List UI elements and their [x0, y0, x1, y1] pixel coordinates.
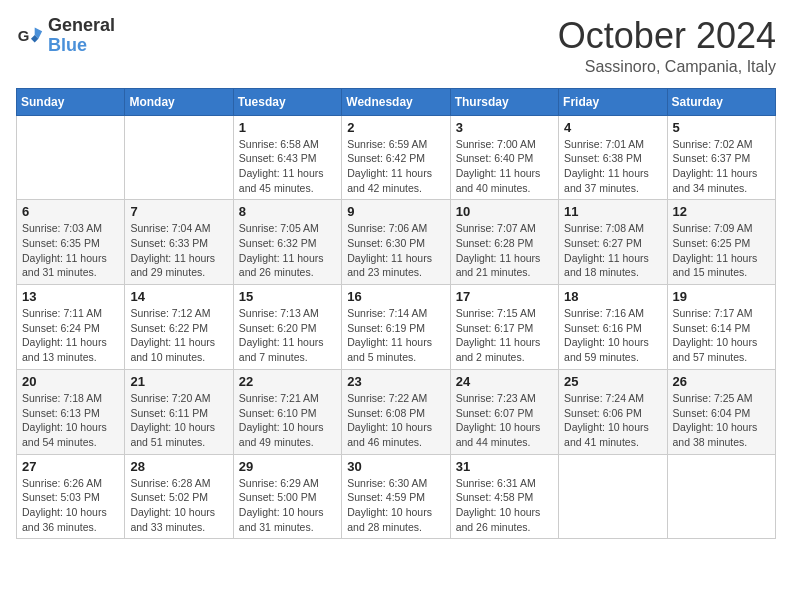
- day-number: 19: [673, 289, 770, 304]
- day-number: 30: [347, 459, 444, 474]
- day-number: 31: [456, 459, 553, 474]
- calendar-cell: [559, 454, 667, 539]
- weekday-header: Wednesday: [342, 88, 450, 115]
- day-info: Sunrise: 7:24 AM Sunset: 6:06 PM Dayligh…: [564, 391, 661, 450]
- day-number: 14: [130, 289, 227, 304]
- calendar-cell: 5Sunrise: 7:02 AM Sunset: 6:37 PM Daylig…: [667, 115, 775, 200]
- calendar-week-row: 20Sunrise: 7:18 AM Sunset: 6:13 PM Dayli…: [17, 369, 776, 454]
- day-info: Sunrise: 6:31 AM Sunset: 4:58 PM Dayligh…: [456, 476, 553, 535]
- calendar-cell: 28Sunrise: 6:28 AM Sunset: 5:02 PM Dayli…: [125, 454, 233, 539]
- weekday-header: Saturday: [667, 88, 775, 115]
- day-info: Sunrise: 7:17 AM Sunset: 6:14 PM Dayligh…: [673, 306, 770, 365]
- calendar-week-row: 27Sunrise: 6:26 AM Sunset: 5:03 PM Dayli…: [17, 454, 776, 539]
- day-number: 13: [22, 289, 119, 304]
- calendar-cell: 15Sunrise: 7:13 AM Sunset: 6:20 PM Dayli…: [233, 285, 341, 370]
- calendar-cell: 10Sunrise: 7:07 AM Sunset: 6:28 PM Dayli…: [450, 200, 558, 285]
- day-number: 2: [347, 120, 444, 135]
- day-number: 16: [347, 289, 444, 304]
- weekday-header: Sunday: [17, 88, 125, 115]
- calendar-cell: 31Sunrise: 6:31 AM Sunset: 4:58 PM Dayli…: [450, 454, 558, 539]
- day-info: Sunrise: 6:58 AM Sunset: 6:43 PM Dayligh…: [239, 137, 336, 196]
- day-info: Sunrise: 7:15 AM Sunset: 6:17 PM Dayligh…: [456, 306, 553, 365]
- day-info: Sunrise: 6:59 AM Sunset: 6:42 PM Dayligh…: [347, 137, 444, 196]
- calendar-cell: 30Sunrise: 6:30 AM Sunset: 4:59 PM Dayli…: [342, 454, 450, 539]
- calendar-cell: 6Sunrise: 7:03 AM Sunset: 6:35 PM Daylig…: [17, 200, 125, 285]
- calendar-cell: [667, 454, 775, 539]
- calendar-cell: 1Sunrise: 6:58 AM Sunset: 6:43 PM Daylig…: [233, 115, 341, 200]
- day-info: Sunrise: 6:30 AM Sunset: 4:59 PM Dayligh…: [347, 476, 444, 535]
- day-number: 4: [564, 120, 661, 135]
- day-info: Sunrise: 7:05 AM Sunset: 6:32 PM Dayligh…: [239, 221, 336, 280]
- day-info: Sunrise: 7:23 AM Sunset: 6:07 PM Dayligh…: [456, 391, 553, 450]
- day-number: 21: [130, 374, 227, 389]
- calendar-cell: 9Sunrise: 7:06 AM Sunset: 6:30 PM Daylig…: [342, 200, 450, 285]
- day-info: Sunrise: 6:29 AM Sunset: 5:00 PM Dayligh…: [239, 476, 336, 535]
- calendar-cell: 22Sunrise: 7:21 AM Sunset: 6:10 PM Dayli…: [233, 369, 341, 454]
- calendar-cell: 13Sunrise: 7:11 AM Sunset: 6:24 PM Dayli…: [17, 285, 125, 370]
- day-number: 10: [456, 204, 553, 219]
- calendar-cell: 21Sunrise: 7:20 AM Sunset: 6:11 PM Dayli…: [125, 369, 233, 454]
- day-number: 27: [22, 459, 119, 474]
- calendar-cell: 17Sunrise: 7:15 AM Sunset: 6:17 PM Dayli…: [450, 285, 558, 370]
- calendar-cell: [17, 115, 125, 200]
- svg-text:G: G: [18, 26, 30, 43]
- day-number: 3: [456, 120, 553, 135]
- calendar-cell: [125, 115, 233, 200]
- day-info: Sunrise: 6:28 AM Sunset: 5:02 PM Dayligh…: [130, 476, 227, 535]
- day-number: 23: [347, 374, 444, 389]
- day-info: Sunrise: 7:06 AM Sunset: 6:30 PM Dayligh…: [347, 221, 444, 280]
- day-number: 24: [456, 374, 553, 389]
- weekday-header: Friday: [559, 88, 667, 115]
- day-number: 9: [347, 204, 444, 219]
- day-number: 20: [22, 374, 119, 389]
- calendar-cell: 3Sunrise: 7:00 AM Sunset: 6:40 PM Daylig…: [450, 115, 558, 200]
- day-number: 18: [564, 289, 661, 304]
- day-info: Sunrise: 7:09 AM Sunset: 6:25 PM Dayligh…: [673, 221, 770, 280]
- calendar-cell: 24Sunrise: 7:23 AM Sunset: 6:07 PM Dayli…: [450, 369, 558, 454]
- day-info: Sunrise: 7:14 AM Sunset: 6:19 PM Dayligh…: [347, 306, 444, 365]
- calendar-cell: 26Sunrise: 7:25 AM Sunset: 6:04 PM Dayli…: [667, 369, 775, 454]
- calendar-cell: 23Sunrise: 7:22 AM Sunset: 6:08 PM Dayli…: [342, 369, 450, 454]
- day-number: 1: [239, 120, 336, 135]
- calendar-cell: 12Sunrise: 7:09 AM Sunset: 6:25 PM Dayli…: [667, 200, 775, 285]
- day-info: Sunrise: 7:03 AM Sunset: 6:35 PM Dayligh…: [22, 221, 119, 280]
- location-title: Sassinoro, Campania, Italy: [558, 58, 776, 76]
- day-number: 5: [673, 120, 770, 135]
- calendar-table: SundayMondayTuesdayWednesdayThursdayFrid…: [16, 88, 776, 540]
- logo: G General Blue: [16, 16, 115, 56]
- day-info: Sunrise: 6:26 AM Sunset: 5:03 PM Dayligh…: [22, 476, 119, 535]
- day-number: 8: [239, 204, 336, 219]
- day-info: Sunrise: 7:18 AM Sunset: 6:13 PM Dayligh…: [22, 391, 119, 450]
- day-number: 25: [564, 374, 661, 389]
- calendar-cell: 7Sunrise: 7:04 AM Sunset: 6:33 PM Daylig…: [125, 200, 233, 285]
- logo-text: General Blue: [48, 16, 115, 56]
- calendar-cell: 20Sunrise: 7:18 AM Sunset: 6:13 PM Dayli…: [17, 369, 125, 454]
- calendar-cell: 4Sunrise: 7:01 AM Sunset: 6:38 PM Daylig…: [559, 115, 667, 200]
- page-header: G General Blue October 2024 Sassinoro, C…: [16, 16, 776, 76]
- day-info: Sunrise: 7:21 AM Sunset: 6:10 PM Dayligh…: [239, 391, 336, 450]
- day-info: Sunrise: 7:25 AM Sunset: 6:04 PM Dayligh…: [673, 391, 770, 450]
- logo-icon: G: [16, 22, 44, 50]
- day-number: 7: [130, 204, 227, 219]
- day-info: Sunrise: 7:00 AM Sunset: 6:40 PM Dayligh…: [456, 137, 553, 196]
- weekday-header: Tuesday: [233, 88, 341, 115]
- day-number: 26: [673, 374, 770, 389]
- day-info: Sunrise: 7:04 AM Sunset: 6:33 PM Dayligh…: [130, 221, 227, 280]
- day-number: 29: [239, 459, 336, 474]
- calendar-header-row: SundayMondayTuesdayWednesdayThursdayFrid…: [17, 88, 776, 115]
- day-number: 22: [239, 374, 336, 389]
- title-block: October 2024 Sassinoro, Campania, Italy: [558, 16, 776, 76]
- calendar-cell: 27Sunrise: 6:26 AM Sunset: 5:03 PM Dayli…: [17, 454, 125, 539]
- calendar-week-row: 1Sunrise: 6:58 AM Sunset: 6:43 PM Daylig…: [17, 115, 776, 200]
- calendar-cell: 16Sunrise: 7:14 AM Sunset: 6:19 PM Dayli…: [342, 285, 450, 370]
- calendar-cell: 8Sunrise: 7:05 AM Sunset: 6:32 PM Daylig…: [233, 200, 341, 285]
- day-info: Sunrise: 7:16 AM Sunset: 6:16 PM Dayligh…: [564, 306, 661, 365]
- day-info: Sunrise: 7:22 AM Sunset: 6:08 PM Dayligh…: [347, 391, 444, 450]
- month-title: October 2024: [558, 16, 776, 56]
- day-info: Sunrise: 7:12 AM Sunset: 6:22 PM Dayligh…: [130, 306, 227, 365]
- calendar-cell: 14Sunrise: 7:12 AM Sunset: 6:22 PM Dayli…: [125, 285, 233, 370]
- day-number: 28: [130, 459, 227, 474]
- weekday-header: Thursday: [450, 88, 558, 115]
- day-number: 15: [239, 289, 336, 304]
- day-info: Sunrise: 7:01 AM Sunset: 6:38 PM Dayligh…: [564, 137, 661, 196]
